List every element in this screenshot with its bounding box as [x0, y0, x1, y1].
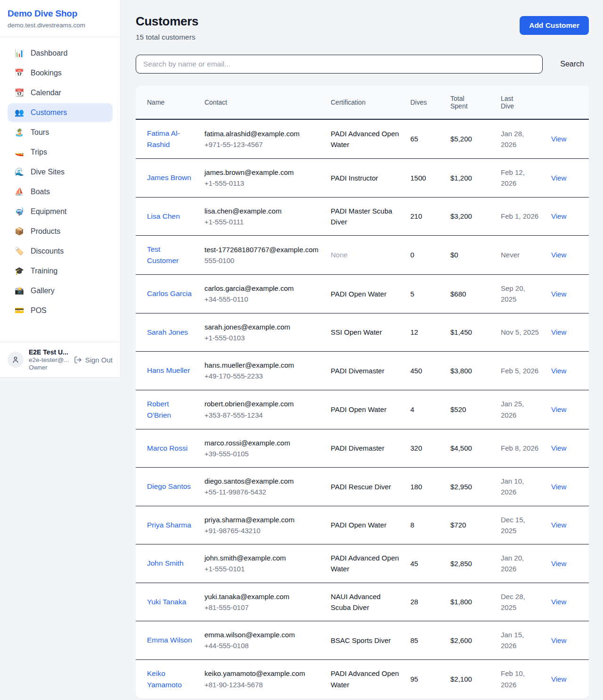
customer-email: yuki.tanaka@example.com — [204, 591, 319, 602]
customer-name-link[interactable]: Priya Sharma — [147, 521, 191, 529]
sidebar-nav: 📊Dashboard📅Bookings📆Calendar👥Customers🏝️… — [0, 37, 120, 342]
sidebar-item-bookings[interactable]: 📅Bookings — [8, 64, 113, 82]
customer-name-link[interactable]: Yuki Tanaka — [147, 598, 186, 606]
view-link[interactable]: View — [551, 367, 566, 375]
customer-name-cell: John Smith — [136, 544, 204, 583]
customer-last-dive-cell: Jan 28, 2026 — [501, 119, 551, 159]
customer-dives-cell: 45 — [410, 544, 450, 583]
customer-last-dive-cell: Never — [501, 236, 551, 275]
customer-name-link[interactable]: Emma Wilson — [147, 636, 192, 644]
customer-phone: +81-90-1234-5678 — [204, 679, 319, 690]
discounts-icon: 🏷️ — [14, 247, 24, 255]
customer-name-link[interactable]: Fatima Al-Rashid — [147, 129, 180, 148]
table-header-row: NameContactCertificationDivesTotal Spent… — [136, 86, 589, 119]
customer-name-link[interactable]: Sarah Jones — [147, 328, 188, 336]
add-customer-button[interactable]: Add Customer — [520, 16, 589, 35]
user-role: Owner — [29, 364, 69, 371]
view-link[interactable]: View — [551, 405, 566, 413]
customer-email: lisa.chen@example.com — [204, 206, 319, 216]
sidebar-item-equipment[interactable]: 🤿Equipment — [8, 202, 113, 221]
customer-email: sarah.jones@example.com — [204, 321, 319, 332]
search-button[interactable]: Search — [555, 57, 589, 71]
customer-view-cell: View — [551, 468, 589, 506]
view-link[interactable]: View — [551, 328, 566, 336]
customer-view-cell: View — [551, 313, 589, 352]
table-row: Sarah Jonessarah.jones@example.com+1-555… — [136, 313, 589, 352]
customer-name-link[interactable]: John Smith — [147, 559, 184, 567]
calendar-icon: 📆 — [14, 89, 24, 97]
view-link[interactable]: View — [551, 636, 566, 644]
customer-total-spent-cell: $720 — [450, 506, 501, 544]
view-link[interactable]: View — [551, 675, 566, 683]
sidebar-item-pos[interactable]: 💳POS — [8, 301, 113, 320]
sidebar-item-products[interactable]: 📦Products — [8, 222, 113, 241]
view-link[interactable]: View — [551, 135, 566, 143]
view-link[interactable]: View — [551, 174, 566, 182]
customer-name-link[interactable]: Hans Mueller — [147, 366, 190, 374]
search-input[interactable] — [136, 55, 543, 74]
view-link[interactable]: View — [551, 444, 566, 452]
sidebar-item-boats[interactable]: ⛵Boats — [8, 182, 113, 201]
view-link[interactable]: View — [551, 212, 566, 220]
view-link[interactable]: View — [551, 560, 566, 568]
table-row: Priya Sharmapriya.sharma@example.com+91-… — [136, 506, 589, 544]
customer-contact-cell: robert.obrien@example.com+353-87-555-123… — [204, 390, 331, 429]
customer-contact-cell: diego.santos@example.com+55-11-99876-543… — [204, 468, 331, 506]
customer-phone: +1-555-0113 — [204, 178, 319, 189]
customer-contact-cell: test-1772681807767@example.com555-0100 — [204, 236, 331, 275]
customer-phone: +39-555-0105 — [204, 448, 319, 459]
view-link[interactable]: View — [551, 251, 566, 259]
sidebar-item-tours[interactable]: 🏝️Tours — [8, 123, 113, 142]
customer-email: emma.wilson@example.com — [204, 629, 319, 640]
view-link[interactable]: View — [551, 521, 566, 529]
customer-name-link[interactable]: Lisa Chen — [147, 212, 180, 220]
customer-name-cell: Test Customer — [136, 236, 204, 275]
customer-name-link[interactable]: Keiko Yamamoto — [147, 669, 182, 689]
customer-name-cell: Hans Mueller — [136, 352, 204, 390]
customer-contact-cell: keiko.yamamoto@example.com+81-90-1234-56… — [204, 659, 331, 699]
sidebar-item-calendar[interactable]: 📆Calendar — [8, 83, 113, 102]
customer-certification-cell: NAUI Advanced Scuba Diver — [331, 583, 410, 621]
products-icon: 📦 — [14, 228, 24, 235]
table-row: Fatima Al-Rashidfatima.alrashid@example.… — [136, 119, 589, 159]
customer-name-link[interactable]: Carlos Garcia — [147, 289, 192, 297]
sidebar-item-discounts[interactable]: 🏷️Discounts — [8, 242, 113, 261]
logout-icon — [74, 356, 82, 364]
dashboard-icon: 📊 — [14, 49, 24, 57]
sidebar-item-label: Dashboard — [31, 49, 67, 58]
customer-email: keiko.yamamoto@example.com — [204, 668, 319, 679]
customer-total-spent-cell: $2,950 — [450, 468, 501, 506]
table-row: Robert O'Brienrobert.obrien@example.com+… — [136, 390, 589, 429]
customer-certification-cell: SSI Open Water — [331, 313, 410, 352]
customer-name-link[interactable]: Marco Rossi — [147, 444, 187, 452]
customer-view-cell: View — [551, 352, 589, 390]
page-subtitle: 15 total customers — [136, 33, 198, 41]
sidebar-item-gallery[interactable]: 📸Gallery — [8, 281, 113, 300]
customers-table: NameContactCertificationDivesTotal Spent… — [136, 86, 589, 699]
boats-icon: ⛵ — [14, 188, 24, 196]
customer-phone: +971-55-123-4567 — [204, 139, 319, 150]
sidebar-item-customers[interactable]: 👥Customers — [8, 103, 113, 122]
view-link[interactable]: View — [551, 290, 566, 298]
sign-out-button[interactable]: Sign Out — [74, 356, 113, 364]
table-row: James Brownjames.brown@example.com+1-555… — [136, 159, 589, 198]
customer-contact-cell: marco.rossi@example.com+39-555-0105 — [204, 429, 331, 468]
customer-last-dive-cell: Feb 1, 2026 — [501, 197, 551, 236]
customer-phone: +1-555-0101 — [204, 563, 319, 574]
sidebar-item-trips[interactable]: 🚤Trips — [8, 143, 113, 162]
customer-name-link[interactable]: Diego Santos — [147, 482, 191, 490]
customer-name-link[interactable]: James Brown — [147, 173, 191, 181]
customer-contact-cell: yuki.tanaka@example.com+81-555-0107 — [204, 583, 331, 621]
customer-dives-cell: 8 — [410, 506, 450, 544]
view-link[interactable]: View — [551, 598, 566, 606]
sidebar-item-training[interactable]: 🎓Training — [8, 262, 113, 280]
sidebar-item-dive-sites[interactable]: 🌊Dive Sites — [8, 163, 113, 181]
customer-email: marco.rossi@example.com — [204, 437, 319, 448]
sidebar-item-dashboard[interactable]: 📊Dashboard — [8, 44, 113, 63]
customer-view-cell: View — [551, 429, 589, 468]
customer-name-link[interactable]: Robert O'Brien — [147, 400, 171, 419]
table-row: Emma Wilsonemma.wilson@example.com+44-55… — [136, 621, 589, 660]
view-link[interactable]: View — [551, 483, 566, 491]
customer-last-dive-cell: Feb 12, 2026 — [501, 159, 551, 198]
customer-name-link[interactable]: Test Customer — [147, 245, 179, 264]
